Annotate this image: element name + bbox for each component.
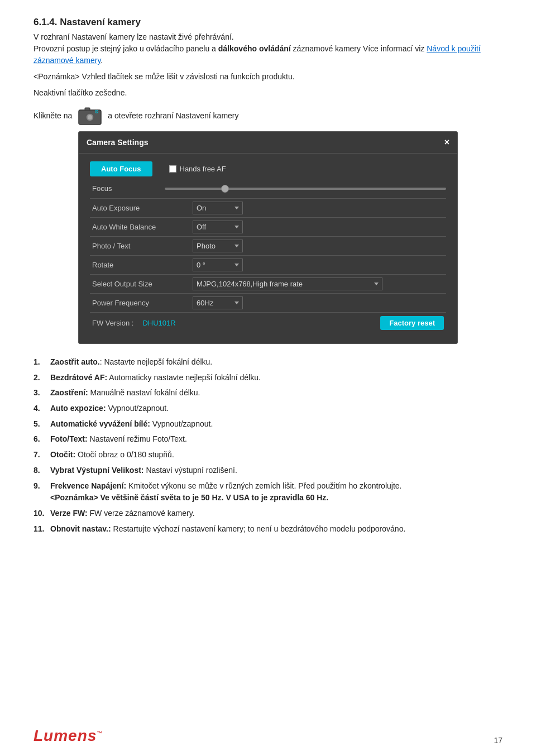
focus-slider-thumb[interactable] (221, 185, 229, 193)
rotate-selected: 0 ° (197, 261, 205, 269)
lumens-logo: Lumens™ (34, 727, 103, 745)
focus-row: Focus (90, 184, 446, 193)
hands-free-label-text: Hands free AF (180, 165, 226, 173)
list-item: 3. Zaostření: Manuálně nastaví fokální d… (34, 387, 502, 399)
output-size-arrow (374, 283, 379, 285)
factory-reset-button[interactable]: Factory reset (380, 316, 444, 330)
dialog-body: Auto Focus Hands free AF Focus Auto Expo… (79, 154, 457, 343)
auto-white-balance-dropdown[interactable]: Off (193, 221, 243, 233)
output-size-selected: MJPG,1024x768,High frame rate (197, 280, 303, 288)
svg-point-2 (88, 115, 92, 119)
logo-text: Lumens (34, 727, 97, 744)
list-item: 10. Verze FW: FW verze záznamové kamery. (34, 508, 502, 520)
note-paragraph-2: Neaktivní tlačítko zešedne. (34, 87, 502, 99)
list-item: 9. Frekvence Napájení: Kmitočet výkonu s… (34, 480, 502, 504)
click-prefix: Klikněte na (34, 111, 72, 120)
click-instruction: Klikněte na ⚙ a otevřete rozhraní Nastav… (34, 106, 502, 126)
auto-white-balance-value: Off (193, 221, 243, 233)
power-frequency-selected: 60Hz (197, 299, 213, 307)
auto-white-balance-arrow (234, 226, 239, 228)
dialog-close-button[interactable]: × (444, 137, 449, 147)
dialog-title: Camera Settings (87, 138, 148, 147)
list-item: 6. Foto/Text: Nastavení režimu Foto/Text… (34, 433, 502, 446)
click-suffix: a otevřete rozhraní Nastavení kamery (108, 111, 238, 120)
settings-row-photo-text: Photo / Text Photo (90, 236, 446, 255)
page-number: 17 (494, 736, 502, 745)
svg-rect-3 (85, 108, 90, 111)
auto-exposure-value: On (193, 202, 243, 214)
output-size-dropdown[interactable]: MJPG,1024x768,High frame rate (193, 277, 382, 290)
list-item: 5. Automatické vyvážení bílé: Vypnout/za… (34, 418, 502, 430)
hands-free-checkbox[interactable] (169, 165, 176, 173)
focus-slider-track[interactable] (165, 188, 446, 190)
list-item: 4. Auto expozice: Vypnout/zapnout. (34, 403, 502, 415)
auto-white-balance-label: Auto White Balance (92, 223, 193, 231)
logo-trademark: ™ (97, 730, 103, 736)
section-title: 6.1.4. Nastavení kamery (34, 17, 502, 28)
power-frequency-value: 60Hz (193, 296, 243, 309)
photo-text-value: Photo (193, 240, 243, 252)
section-heading-text: Nastavení kamery (60, 17, 141, 27)
list-item: 7. Otočit: Otočí obraz o 0/180 stupňů. (34, 449, 502, 461)
auto-exposure-dropdown[interactable]: On (193, 202, 243, 214)
list-item: 2. Bezdrátové AF: Automaticky nastavte n… (34, 372, 502, 384)
list-item: 1. Zaostřit auto.: Nastavte nejlepší fok… (34, 356, 502, 369)
camera-settings-icon: ⚙ (78, 106, 102, 126)
power-frequency-label: Power Frequency (92, 299, 193, 307)
feature-list: 1. Zaostřit auto.: Nastavte nejlepší fok… (34, 356, 502, 535)
output-size-value: MJPG,1024x768,High frame rate (193, 277, 382, 290)
rotate-dropdown[interactable]: 0 ° (193, 259, 243, 271)
dialog-wrapper: Camera Settings × Auto Focus Hands free … (34, 131, 502, 344)
footer: Lumens™ 17 (0, 727, 536, 745)
section-number: 6.1.4. (34, 17, 58, 27)
list-item: 8. Vybrat Výstupní Velikost: Nastaví výs… (34, 465, 502, 477)
focus-label: Focus (92, 184, 159, 193)
fw-version-left: FW Version : DHU101R (92, 319, 176, 327)
rotate-arrow (234, 264, 239, 266)
note-paragraph-1: <Poznámka> Vzhled tlačítek se může lišit… (34, 71, 502, 83)
auto-exposure-label: Auto Exposure (92, 204, 193, 212)
dialog-top-row: Auto Focus Hands free AF (90, 161, 446, 176)
settings-row-auto-white-balance: Auto White Balance Off (90, 217, 446, 236)
settings-row-auto-exposure: Auto Exposure On (90, 198, 446, 217)
power-frequency-dropdown[interactable]: 60Hz (193, 296, 243, 309)
photo-text-selected: Photo (197, 242, 216, 250)
auto-exposure-selected: On (197, 204, 206, 212)
intro-paragraph: V rozhraní Nastavení kamery lze nastavit… (34, 31, 502, 66)
power-frequency-arrow (234, 302, 239, 304)
settings-row-rotate: Rotate 0 ° (90, 255, 446, 274)
fw-version-value: DHU101R (142, 319, 175, 327)
rotate-label: Rotate (92, 261, 193, 269)
dialog-titlebar: Camera Settings × (79, 132, 457, 154)
photo-text-label: Photo / Text (92, 242, 193, 250)
settings-row-power-frequency: Power Frequency 60Hz (90, 293, 446, 312)
rotate-value: 0 ° (193, 259, 243, 271)
photo-text-dropdown[interactable]: Photo (193, 240, 243, 252)
auto-exposure-arrow (234, 207, 239, 209)
camera-settings-dialog: Camera Settings × Auto Focus Hands free … (78, 131, 458, 344)
autofocus-button[interactable]: Auto Focus (90, 161, 152, 176)
settings-row-output-size: Select Output Size MJPG,1024x768,High fr… (90, 274, 446, 293)
hands-free-row: Hands free AF (169, 165, 226, 173)
output-size-label: Select Output Size (92, 280, 193, 288)
fw-version-row: FW Version : DHU101R Factory reset (90, 312, 446, 333)
photo-text-arrow (234, 245, 239, 247)
auto-white-balance-selected: Off (197, 223, 206, 231)
list-item: 11. Obnovit nastav.: Restartujte výchozí… (34, 523, 502, 535)
fw-version-label: FW Version : (92, 319, 133, 327)
svg-text:⚙: ⚙ (94, 109, 99, 114)
